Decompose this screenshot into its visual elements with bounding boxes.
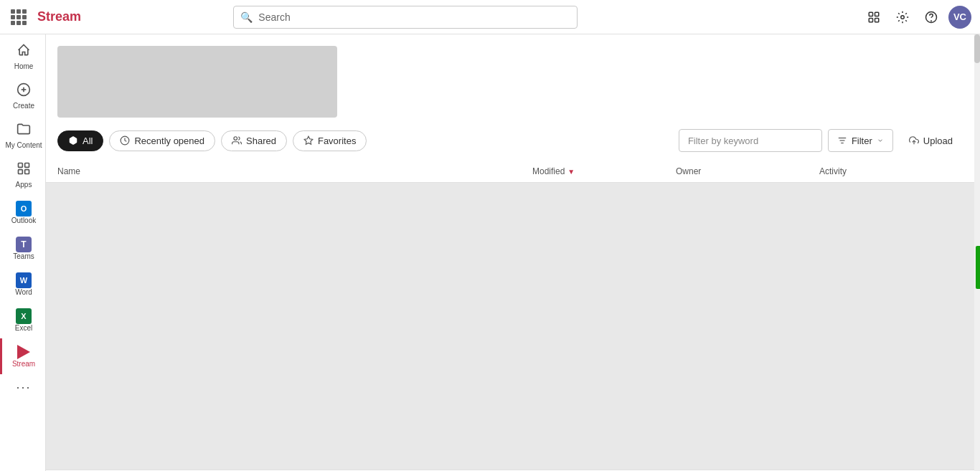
svg-rect-3 <box>875 18 878 22</box>
filter-recently-opened-label: Recently opened <box>134 135 204 146</box>
nav-right-actions: VC <box>862 6 971 29</box>
sort-arrow-icon: ▼ <box>567 168 575 176</box>
sidebar-item-label: Teams <box>13 252 34 261</box>
table-body <box>46 183 974 470</box>
app-launcher-button[interactable] <box>9 7 29 27</box>
teams-icon: T <box>16 237 32 252</box>
upload-label: Upload <box>923 135 953 146</box>
folder-icon <box>17 122 31 140</box>
svg-rect-0 <box>869 12 872 16</box>
sidebar-item-home[interactable]: Home <box>0 37 45 77</box>
sidebar-item-create[interactable]: Create <box>0 77 45 116</box>
filter-recently-opened-button[interactable]: Recently opened <box>109 130 215 151</box>
filter-right-actions: Filter Upload <box>679 129 963 152</box>
grid-dots-icon <box>11 9 27 25</box>
sidebar-item-label: Create <box>13 102 34 110</box>
filter-shared-label: Shared <box>246 135 276 146</box>
word-icon: W <box>16 272 32 288</box>
search-icon: 🔍 <box>240 11 253 23</box>
col-header-modified[interactable]: Modified ▼ <box>532 166 676 176</box>
sidebar-item-label: Outlook <box>11 217 36 225</box>
svg-rect-12 <box>19 170 23 174</box>
filter-favorites-button[interactable]: Favorites <box>293 130 367 151</box>
sidebar-item-label: Apps <box>16 181 32 189</box>
top-navigation: Stream 🔍 VC <box>0 0 980 34</box>
help-button[interactable] <box>920 6 943 29</box>
sidebar: Home Create My Content Apps O Outlook <box>0 34 46 471</box>
home-icon <box>17 43 31 61</box>
sidebar-item-excel[interactable]: X Excel <box>0 303 45 338</box>
col-header-name: Name <box>57 166 532 176</box>
search-bar-container: 🔍 <box>233 6 578 29</box>
apps-icon <box>17 161 31 179</box>
keyword-filter-input[interactable] <box>679 129 822 152</box>
sidebar-item-stream[interactable]: Stream <box>0 338 45 374</box>
search-input[interactable] <box>233 6 578 29</box>
filter-shared-button[interactable]: Shared <box>221 130 287 151</box>
stream-icon <box>16 344 32 360</box>
sidebar-item-label: My Content <box>5 141 42 150</box>
sidebar-item-outlook[interactable]: O Outlook <box>0 195 45 231</box>
main-layout: Home Create My Content Apps O Outlook <box>0 34 980 471</box>
table-header: Name Modified ▼ Owner Activity <box>46 161 974 183</box>
svg-rect-13 <box>25 170 29 174</box>
filter-all-label: All <box>83 135 93 146</box>
svg-point-6 <box>931 20 932 21</box>
svg-marker-16 <box>304 136 313 144</box>
sidebar-item-apps[interactable]: Apps <box>0 156 45 195</box>
col-header-activity: Activity <box>819 166 963 176</box>
sidebar-item-more[interactable]: ··· <box>0 374 45 401</box>
filter-label: Filter <box>852 135 872 146</box>
svg-point-4 <box>901 15 905 19</box>
col-header-owner: Owner <box>676 166 819 176</box>
excel-icon: X <box>16 308 32 324</box>
settings-button[interactable] <box>891 6 914 29</box>
sidebar-item-label: Excel <box>15 324 32 333</box>
filter-all-button[interactable]: All <box>57 130 103 151</box>
banner-area <box>46 34 974 118</box>
green-indicator <box>976 246 980 289</box>
sidebar-item-label: Home <box>14 62 34 71</box>
more-icon: ··· <box>16 380 31 395</box>
create-icon <box>17 82 31 100</box>
app-title: Stream <box>37 9 81 24</box>
banner-image <box>57 46 337 118</box>
avatar[interactable]: VC <box>948 6 971 29</box>
outlook-icon: O <box>16 201 32 217</box>
sidebar-item-label: Stream <box>12 360 35 368</box>
sidebar-item-teams[interactable]: T Teams <box>0 231 45 267</box>
scrollbar-thumb[interactable] <box>974 34 980 63</box>
svg-rect-10 <box>19 163 23 168</box>
svg-rect-11 <box>25 163 29 168</box>
filter-favorites-label: Favorites <box>318 135 356 146</box>
svg-point-15 <box>234 137 237 141</box>
sidebar-item-word[interactable]: W Word <box>0 267 45 303</box>
sidebar-item-my-content[interactable]: My Content <box>0 116 45 156</box>
keyword-filter-wrap <box>679 129 822 152</box>
content-area: All Recently opened Shared Favorites <box>46 34 974 471</box>
notifications-button[interactable] <box>862 6 885 29</box>
upload-button[interactable]: Upload <box>899 129 963 152</box>
filter-dropdown-button[interactable]: Filter <box>828 129 893 152</box>
filters-row: All Recently opened Shared Favorites <box>46 118 974 152</box>
scrollbar[interactable] <box>974 34 980 471</box>
sidebar-item-label: Word <box>15 288 32 297</box>
svg-rect-2 <box>869 18 872 22</box>
svg-rect-1 <box>875 12 878 16</box>
